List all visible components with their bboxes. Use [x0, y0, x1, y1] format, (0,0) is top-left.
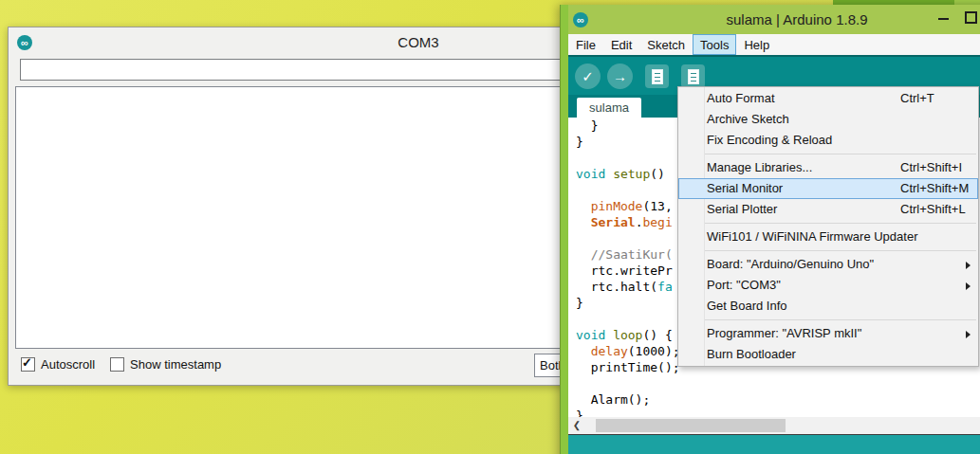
menu-item-shortcut: Ctrl+Shift+L: [900, 199, 966, 220]
minimize-icon: [938, 18, 949, 20]
menu-item-label: Serial Monitor: [707, 181, 783, 195]
menu-item-auto-format[interactable]: Auto FormatCtrl+T: [678, 88, 978, 109]
upload-button[interactable]: →: [607, 64, 633, 89]
menubar-item-tools[interactable]: Tools: [693, 34, 736, 55]
arduino-window-title: sulama | Arduino 1.8.9: [561, 11, 980, 27]
minimize-button[interactable]: [934, 5, 954, 29]
open-sketch-button[interactable]: [681, 64, 705, 88]
submenu-arrow-icon: [966, 262, 971, 269]
menu-item-programmer-avrisp-mkii[interactable]: Programmer: "AVRISP mkII": [678, 323, 978, 344]
document-icon: [688, 69, 699, 84]
menu-item-label: WiFi101 / WiFiNINA Firmware Updater: [707, 229, 917, 244]
menu-item-manage-libraries[interactable]: Manage Libraries...Ctrl+Shift+I: [678, 157, 978, 178]
show-timestamp-checkbox[interactable]: ✓: [110, 357, 124, 372]
menu-item-label: Board: "Arduino/Genuino Uno": [707, 257, 874, 271]
tools-dropdown-menu: Auto FormatCtrl+TArchive SketchFix Encod…: [677, 86, 979, 367]
scroll-left-arrow-icon[interactable]: ❮: [568, 417, 585, 434]
autoscroll-checkbox[interactable]: ✓: [21, 357, 35, 372]
horizontal-scrollbar[interactable]: ❮: [568, 417, 980, 434]
autoscroll-label: Autoscroll: [41, 357, 95, 372]
menu-separator: [704, 154, 976, 154]
new-sketch-button[interactable]: [645, 64, 669, 88]
menu-item-port-com3[interactable]: Port: "COM3": [678, 275, 978, 296]
menu-item-label: Manage Libraries...: [707, 160, 812, 174]
maximize-icon: [965, 11, 977, 24]
scrollbar-thumb[interactable]: [596, 419, 786, 432]
menu-item-burn-bootloader[interactable]: Burn Bootloader: [678, 344, 978, 365]
menu-separator: [704, 319, 976, 320]
arduino-ide-window: ∞ sulama | Arduino 1.8.9 ✕ FileEditSketc…: [561, 5, 980, 454]
menu-separator: [704, 250, 976, 251]
code-line: Alarm();: [568, 391, 980, 408]
menu-item-label: Burn Bootloader: [707, 347, 796, 361]
arduino-titlebar[interactable]: ∞ sulama | Arduino 1.8.9 ✕: [561, 5, 980, 34]
menu-item-get-board-info[interactable]: Get Board Info: [678, 296, 978, 317]
code-line: [568, 375, 980, 391]
maximize-button[interactable]: [960, 5, 980, 29]
submenu-arrow-icon: [966, 331, 971, 338]
menu-item-fix-encoding-reload[interactable]: Fix Encoding & Reload: [678, 130, 978, 151]
menu-item-label: Serial Plotter: [707, 202, 777, 216]
menubar-item-sketch[interactable]: Sketch: [639, 34, 693, 55]
menu-item-shortcut: Ctrl+Shift+I: [900, 157, 962, 178]
menu-item-shortcut: Ctrl+Shift+M: [900, 178, 969, 199]
menu-item-label: Auto Format: [707, 91, 775, 105]
menu-item-serial-plotter[interactable]: Serial PlotterCtrl+Shift+L: [678, 199, 978, 220]
menu-item-label: Archive Sketch: [707, 112, 789, 126]
menubar: FileEditSketchToolsHelp: [568, 34, 980, 55]
submenu-arrow-icon: [966, 282, 971, 290]
menu-item-wifi101-wifinina-firmware-updater[interactable]: WiFi101 / WiFiNINA Firmware Updater: [678, 227, 978, 247]
menu-item-label: Fix Encoding & Reload: [707, 133, 832, 147]
document-icon: [652, 69, 663, 84]
verify-button[interactable]: ✓: [575, 64, 601, 89]
status-bar: [568, 434, 980, 454]
menu-item-board-arduino-genuino-uno[interactable]: Board: "Arduino/Genuino Uno": [678, 254, 978, 275]
code-line: }: [568, 408, 980, 417]
arduino-content: FileEditSketchToolsHelp ✓ → sulama }}voi…: [568, 34, 980, 454]
menubar-item-file[interactable]: File: [568, 34, 603, 55]
show-timestamp-label: Show timestamp: [130, 357, 221, 372]
menubar-item-help[interactable]: Help: [736, 34, 777, 55]
tab-sulama[interactable]: sulama: [577, 98, 641, 118]
menu-item-label: Port: "COM3": [707, 278, 781, 292]
menu-item-serial-monitor[interactable]: Serial MonitorCtrl+Shift+M: [678, 178, 978, 199]
menu-item-archive-sketch[interactable]: Archive Sketch: [678, 109, 978, 130]
menu-item-label: Get Board Info: [707, 299, 787, 313]
menu-item-shortcut: Ctrl+T: [900, 88, 934, 109]
menubar-item-edit[interactable]: Edit: [603, 34, 639, 55]
menu-item-label: Programmer: "AVRISP mkII": [707, 326, 861, 340]
check-icon: ✓: [22, 355, 32, 370]
menu-separator: [704, 223, 976, 224]
